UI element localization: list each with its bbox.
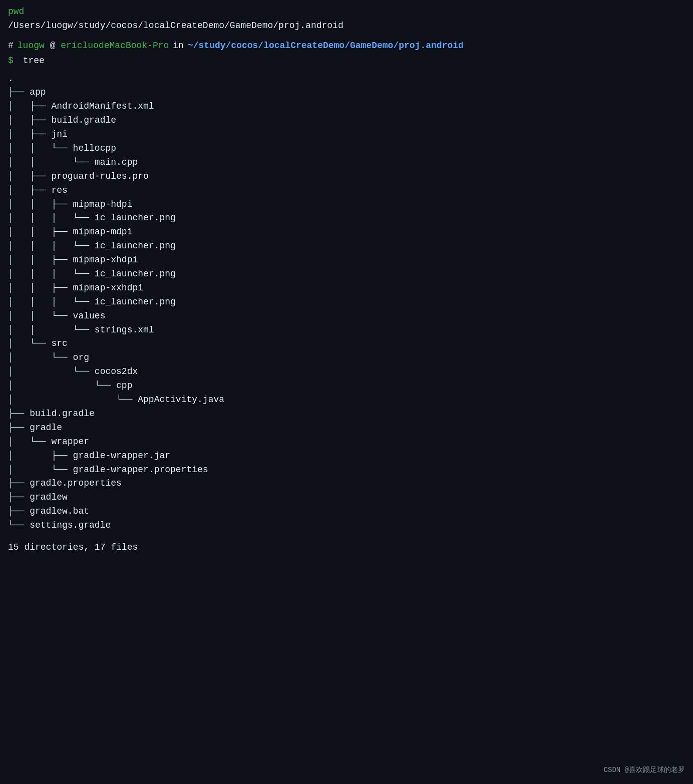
- tree-line: .: [8, 72, 685, 86]
- tree-line: │ └── org: [8, 351, 685, 365]
- tree-output-section: .├── app│ ├── AndroidManifest.xml│ ├── b…: [8, 72, 685, 533]
- prompt-path: ~/study/cocos/localCreateDemo/GameDemo/p…: [188, 39, 464, 53]
- tree-line: │ ├── AndroidManifest.xml: [8, 100, 685, 114]
- hostname: ericluodeMacBook-Pro: [61, 39, 169, 53]
- tree-line: │ │ └── hellocpp: [8, 142, 685, 156]
- tree-line: │ ├── res: [8, 184, 685, 198]
- dollar-sign-2: $: [8, 54, 14, 68]
- tree-cmd: tree: [23, 54, 45, 68]
- pwd-output: /Users/luogw/study/cocos/localCreateDemo…: [8, 19, 685, 33]
- terminal-window: pwd /Users/luogw/study/cocos/localCreate…: [8, 5, 685, 555]
- tree-line: ├── gradle.properties: [8, 477, 685, 491]
- tree-line: │ │ ├── mipmap-xxhdpi: [8, 281, 685, 295]
- space1: [55, 39, 61, 53]
- tree-line: │ │ ├── mipmap-xhdpi: [8, 253, 685, 267]
- hash-prompt-line: # luogw @ ericluodeMacBook-Pro in ~/stud…: [8, 39, 685, 53]
- tree-line: │ │ └── values: [8, 309, 685, 323]
- tree-line: │ ├── gradle-wrapper.jar: [8, 449, 685, 463]
- tree-line: │ │ │ └── ic_launcher.png: [8, 295, 685, 309]
- hash-symbol: #: [8, 39, 14, 53]
- tree-prompt-line: $ tree: [8, 54, 685, 68]
- tree-line: │ │ └── main.cpp: [8, 156, 685, 170]
- tree-line: │ │ │ └── ic_launcher.png: [8, 211, 685, 225]
- tree-line: │ └── cocos2dx: [8, 365, 685, 379]
- tree-line: │ │ │ └── ic_launcher.png: [8, 239, 685, 253]
- at-sign: [45, 39, 50, 53]
- username: luogw: [18, 39, 45, 53]
- tree-line: │ └── wrapper: [8, 435, 685, 449]
- tree-line: │ │ ├── mipmap-hdpi: [8, 198, 685, 212]
- tree-line: │ │ ├── mipmap-mdpi: [8, 225, 685, 239]
- tree-line: │ ├── build.gradle: [8, 114, 685, 128]
- tree-line: │ └── AppActivity.java: [8, 393, 685, 407]
- tree-line: ├── build.gradle: [8, 407, 685, 421]
- tree-line: ├── app: [8, 86, 685, 100]
- tree-line: └── settings.gradle: [8, 519, 685, 533]
- tree-line: ├── gradlew.bat: [8, 505, 685, 519]
- at-symbol: @: [50, 39, 56, 53]
- pwd-prompt-line: pwd: [8, 5, 685, 19]
- tree-summary: 15 directories, 17 files: [8, 541, 685, 555]
- tree-line: │ ├── jni: [8, 128, 685, 142]
- tree-line: │ └── src: [8, 337, 685, 351]
- tree-line: │ └── gradle-wrapper.properties: [8, 463, 685, 477]
- in-word: in: [173, 39, 184, 53]
- tree-line: │ │ │ └── ic_launcher.png: [8, 267, 685, 281]
- tree-line: │ └── cpp: [8, 379, 685, 393]
- watermark: CSDN @喜欢踢足球的老罗: [604, 765, 685, 776]
- tree-line: │ ├── proguard-rules.pro: [8, 170, 685, 184]
- tree-line: ├── gradlew: [8, 491, 685, 505]
- dollar-sign-1: pwd: [8, 5, 24, 19]
- tree-line: │ │ └── strings.xml: [8, 323, 685, 337]
- tree-line: ├── gradle: [8, 421, 685, 435]
